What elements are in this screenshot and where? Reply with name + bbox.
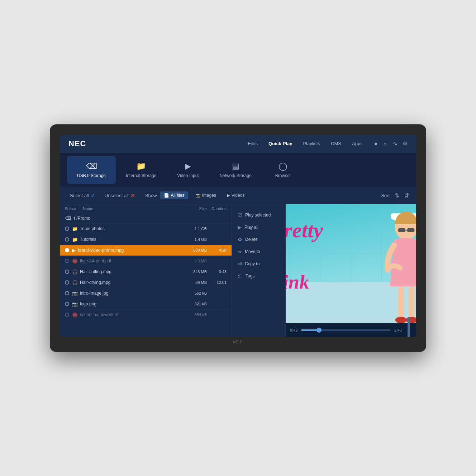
row-radio-brand-video[interactable]	[65, 248, 69, 252]
unselect-all-button[interactable]: Unselect all ✕	[102, 191, 138, 200]
images-label: Images	[202, 193, 216, 198]
header: NEC Files Quick Play Playlists CMS Apps …	[60, 134, 416, 153]
row-radio-team-photos[interactable]	[65, 227, 69, 231]
globe-icon[interactable]: ☼	[382, 141, 388, 147]
video-icon: ▶	[227, 193, 230, 198]
file-row-brand-video[interactable]: ▶ brand-video-promo.mpg 560 MB 4:20	[60, 245, 232, 256]
videos-button[interactable]: ▶ Videos	[223, 191, 248, 199]
file-duration-hair-cutting: 3:43	[207, 270, 227, 274]
video-icon-drying: 🎧	[72, 280, 78, 285]
folder-icon-tutorials: 📁	[72, 237, 78, 242]
storage-usb-label: USB 0 Storage	[77, 173, 106, 178]
tv-brand-label: NEC	[60, 337, 416, 344]
wifi-icon[interactable]: ∿	[393, 140, 398, 147]
svg-rect-16	[398, 228, 406, 232]
file-row-hair-cutting[interactable]: 🎧 Hair-cutting.mpg 343 MB 3:43	[60, 267, 232, 277]
row-radio-hair-cutting[interactable]	[65, 270, 69, 274]
video-file-icon: ▶	[72, 248, 76, 253]
show-label: Show	[145, 193, 157, 198]
sort-label: Sort	[381, 193, 390, 198]
sort-asc-icon[interactable]: ⇅	[395, 192, 399, 199]
file-row-team-photos[interactable]: 📁 Team photos 1.1 GB	[60, 224, 232, 234]
action-panel: ☑ Play selected ▶ Play all ♻ Delete ⇨ Mo…	[232, 204, 286, 337]
type-t-icon: t	[74, 216, 75, 221]
file-row-hair-drying[interactable]: 🎧 Hair-drying.mpg 89 MB 12:01	[60, 277, 232, 288]
play-selected-label: Play selected	[245, 213, 271, 218]
file-name-flyer: flyer A4-print.pdf	[80, 258, 178, 263]
tv-screen: NEC Files Quick Play Playlists CMS Apps …	[60, 134, 416, 337]
delete-button[interactable]: ♻ Delete	[232, 234, 285, 245]
row-radio-tutorials[interactable]	[65, 237, 69, 242]
all-files-button[interactable]: 📄 All files	[160, 191, 188, 199]
gear-icon[interactable]: ⚙	[403, 140, 408, 147]
play-all-button[interactable]: ▶ Play all	[232, 222, 285, 233]
file-duration-brand-video: 4:20	[207, 248, 227, 252]
storage-internal[interactable]: 📁 Internal Storage	[116, 153, 166, 187]
sort-desc-icon[interactable]: ⇵	[404, 192, 409, 199]
nav-apps[interactable]: Apps	[348, 139, 367, 148]
copy-to-label: Copy to	[245, 261, 260, 266]
progress-bar[interactable]	[301, 329, 390, 331]
file-name-team-photos: Team photos	[80, 226, 178, 231]
col-header-select: Select	[65, 206, 83, 211]
play-selected-button[interactable]: ☑ Play selected	[232, 209, 285, 221]
pdf-icon: ⛔	[72, 258, 78, 264]
file-list-header: Select Name Size Duration	[60, 204, 232, 213]
svg-rect-19	[398, 286, 404, 319]
storage-browser[interactable]: ◯ Browser	[262, 153, 305, 187]
select-all-check-icon: ✓	[91, 192, 95, 199]
play-all-label: Play all	[244, 225, 258, 230]
usb-breadcrumb-icon: ⌫	[65, 216, 71, 221]
tags-label: Tags	[246, 273, 254, 279]
all-files-label: All files	[171, 193, 184, 198]
header-icons: ● ☼ ∿ ⚙	[374, 140, 408, 147]
copy-to-button[interactable]: ⏎ Copy to	[232, 258, 285, 270]
progress-thumb[interactable]	[316, 328, 322, 333]
doc-icon-school: ⛔	[72, 312, 78, 318]
storage-network[interactable]: ▤ Network Storage	[209, 153, 261, 187]
nav-files[interactable]: Files	[244, 139, 262, 148]
col-header-size: Size	[178, 206, 207, 211]
row-radio-school[interactable]	[65, 313, 69, 317]
file-name-logo: logo.png	[80, 301, 178, 306]
nav-quickplay[interactable]: Quick Play	[264, 139, 296, 148]
file-row-logo[interactable]: 📷 logo.png 321 kB	[60, 299, 232, 310]
select-all-label: Select all	[70, 193, 89, 198]
file-name-brand-video: brand-video-promo.mpg	[78, 248, 178, 253]
time-total: 3:43	[394, 328, 402, 332]
video-icon-hair: 🎧	[72, 269, 78, 275]
time-current: 0:42	[290, 328, 298, 332]
row-radio-logo[interactable]	[65, 302, 69, 306]
usb-icon: ⌫	[86, 162, 97, 171]
videos-label: Videos	[232, 193, 244, 198]
col-header-name: Name	[83, 206, 178, 211]
nav-playlists[interactable]: Playlists	[299, 139, 324, 148]
file-row-tutorials[interactable]: 📁 Tutorials 1.4 GB	[60, 234, 232, 245]
svg-text:Pretty: Pretty	[286, 218, 323, 242]
file-row-intro-image[interactable]: 📷 intro-image.jpg 562 kB	[60, 288, 232, 299]
row-radio-intro-image[interactable]	[65, 291, 69, 295]
storage-usb[interactable]: ⌫ USB 0 Storage	[67, 156, 116, 184]
check-circle-icon: ☑	[238, 212, 242, 218]
file-row-flyer[interactable]: ⛔ flyer A4-print.pdf 2.3 MB	[60, 256, 232, 267]
play-icon: ▶	[238, 224, 242, 230]
svg-rect-20	[409, 286, 414, 319]
person-icon[interactable]: ●	[374, 141, 378, 147]
preview-panel: Pretty in Pink	[286, 204, 416, 337]
file-document-icon: 📄	[164, 193, 169, 198]
move-to-button[interactable]: ⇨ Move to	[232, 246, 285, 257]
row-radio-flyer[interactable]	[65, 259, 69, 263]
preview-image: Pretty in Pink	[286, 204, 416, 323]
storage-video-input[interactable]: ▶ Video Input	[166, 153, 209, 187]
file-row-school[interactable]: ⛔ school homework.rtf 334 kB	[60, 310, 232, 320]
tags-button[interactable]: 🏷 Tags	[232, 270, 285, 282]
nav-cms[interactable]: CMS	[327, 139, 346, 148]
images-button[interactable]: 📷 Images	[192, 191, 220, 199]
folder-icon: 📁	[72, 226, 78, 232]
file-size-hair-cutting: 343 MB	[178, 270, 207, 274]
select-all-button[interactable]: Select all ✓	[67, 191, 98, 200]
row-radio-hair-drying[interactable]	[65, 280, 69, 285]
internal-icon: 📁	[136, 162, 146, 171]
filter-bar: Select all ✓ Unselect all ✕ Show 📄 All f…	[60, 187, 416, 204]
storage-video-label: Video Input	[177, 173, 199, 178]
